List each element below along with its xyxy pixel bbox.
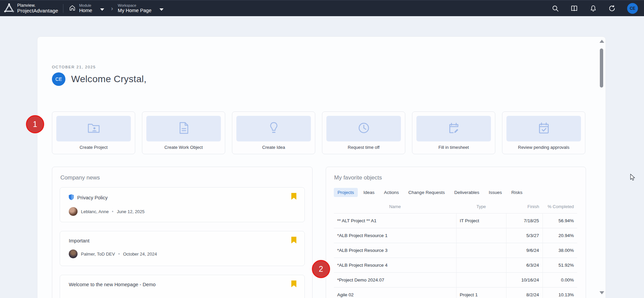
table-row[interactable]: *ALB Project Resource 39/6/2438.00% xyxy=(334,243,577,258)
knowledge-book-icon[interactable] xyxy=(570,5,578,12)
tab-deliverables[interactable]: Deliverables xyxy=(450,188,483,197)
vertical-scrollbar[interactable] xyxy=(599,38,604,297)
annotation-badge-2: 2 xyxy=(312,260,330,278)
quick-action-tile xyxy=(326,116,401,141)
bookmark-icon[interactable] xyxy=(291,280,296,289)
scrollbar-thumb[interactable] xyxy=(600,48,603,88)
workspace-breadcrumb[interactable]: Workspace My Home Page xyxy=(118,3,164,13)
tab-actions[interactable]: Actions xyxy=(380,188,403,197)
planview-logo[interactable]: Planview. ProjectAdvantage xyxy=(0,3,58,14)
table-row[interactable]: ** ALT Project ** A1IT Project7/18/2556.… xyxy=(334,213,577,228)
column-header-name[interactable]: Name xyxy=(334,200,456,213)
news-list: Privacy PolicyLeblanc, AnneJune 12, 2025… xyxy=(52,181,312,298)
news-item[interactable]: Privacy PolicyLeblanc, AnneJune 12, 2025 xyxy=(60,187,305,222)
cell-finish: 9/6/24 xyxy=(506,243,543,258)
column-header--completed[interactable]: % Completed xyxy=(543,200,577,213)
welcome-greeting: Welcome Crystal, xyxy=(71,74,147,85)
user-avatar[interactable]: CE xyxy=(627,3,638,14)
tab-projects[interactable]: Projects xyxy=(334,188,358,197)
cell-completed: 20.94% xyxy=(543,228,577,243)
tab-change-requests[interactable]: Change Requests xyxy=(405,188,448,197)
quick-action-label: Create Work Object xyxy=(146,145,221,150)
lightbulb-icon xyxy=(269,122,279,136)
scroll-up-arrow-icon[interactable] xyxy=(599,40,604,43)
table-row[interactable]: *ALB Project Resource 15/3/2720.94% xyxy=(334,228,577,243)
refresh-icon[interactable] xyxy=(608,5,616,12)
module-breadcrumb[interactable]: Module Home xyxy=(69,3,105,13)
cell-completed: 0.00% xyxy=(543,272,577,287)
cell-type xyxy=(456,258,506,272)
cell-name: ** ALT Project ** A1 xyxy=(334,213,456,228)
favorite-objects-title: My favorite objects xyxy=(326,167,586,181)
tab-issues[interactable]: Issues xyxy=(485,188,505,197)
folder-user-icon xyxy=(87,122,100,135)
brand-line2: ProjectAdvantage xyxy=(17,8,58,14)
cell-completed: 38.00% xyxy=(543,243,577,258)
planview-triangle-icon xyxy=(4,3,14,14)
module-value: Home xyxy=(79,8,92,13)
bookmark-icon[interactable] xyxy=(291,193,296,201)
brand-line1: Planview. xyxy=(17,3,58,8)
cell-finish: 6/3/24 xyxy=(506,258,543,272)
welcome-header: CE Welcome Crystal, xyxy=(52,72,147,86)
cell-completed: 56.94% xyxy=(543,213,577,228)
news-item-title: Privacy Policy xyxy=(77,195,108,200)
cell-name: *ALB Project Resource 4 xyxy=(334,258,456,272)
clock-icon xyxy=(358,122,370,135)
quick-action-create-work-object[interactable]: Create Work Object xyxy=(142,111,225,154)
breadcrumb-chevron-icon: › xyxy=(111,5,113,12)
cell-finish: 8/2/24 xyxy=(506,287,543,298)
scroll-down-arrow-icon[interactable] xyxy=(599,291,604,294)
quick-action-create-idea[interactable]: Create Idea xyxy=(232,111,315,154)
cell-type xyxy=(456,228,506,243)
cell-name: *Project Demo 2024.07 xyxy=(334,272,456,287)
module-caret-down-icon[interactable] xyxy=(100,8,104,11)
tab-risks[interactable]: Risks xyxy=(508,188,526,197)
news-item-title: Welcome to the new Homepage - Demo xyxy=(69,282,156,287)
quick-action-tile xyxy=(146,116,221,141)
cell-completed: 51.92% xyxy=(543,258,577,272)
table-row[interactable]: *ALB Project Resource 46/3/2451.92% xyxy=(334,258,577,272)
quick-action-label: Request time off xyxy=(326,145,401,150)
cell-finish: 10/16/24 xyxy=(506,272,543,287)
welcome-avatar: CE xyxy=(52,72,65,86)
workspace-caret-down-icon[interactable] xyxy=(159,8,164,11)
favorites-table-header: NameTypeFinish% Completed xyxy=(334,200,577,213)
quick-action-tile xyxy=(506,116,581,141)
quick-action-label: Create Idea xyxy=(236,145,311,150)
cell-completed: 10.13% xyxy=(543,287,577,298)
cell-type xyxy=(456,272,506,287)
shield-icon xyxy=(69,194,74,201)
current-date: OCTOBER 21, 2025 xyxy=(52,65,96,69)
table-row[interactable]: Agile 02Project 18/2/2410.13% xyxy=(334,287,577,298)
tab-ideas[interactable]: Ideas xyxy=(360,188,378,197)
cell-type xyxy=(456,243,506,258)
cell-name: Agile 02 xyxy=(334,287,456,298)
quick-actions-row: Create ProjectCreate Work ObjectCreate I… xyxy=(52,111,585,154)
news-author: Palmer, ToD DEV xyxy=(81,252,115,257)
quick-action-request-time-off[interactable]: Request time off xyxy=(322,111,405,154)
news-item-title: Important xyxy=(69,238,89,243)
cell-name: *ALB Project Resource 3 xyxy=(334,243,456,258)
quick-action-label: Review pending approvals xyxy=(506,145,581,150)
news-item[interactable]: ImportantPalmer, ToD DEVOctober 24, 2024 xyxy=(60,231,305,266)
favorite-objects-panel: My favorite objects ProjectsIdeasActions… xyxy=(326,167,586,298)
company-news-title: Company news xyxy=(52,167,312,181)
column-header-type[interactable]: Type xyxy=(456,200,506,213)
quick-action-review-pending-approvals[interactable]: Review pending approvals xyxy=(502,111,585,154)
workspace-label: Workspace xyxy=(118,3,151,8)
calendar-check-icon xyxy=(538,122,550,135)
module-label: Module xyxy=(79,3,92,8)
quick-action-create-project[interactable]: Create Project xyxy=(52,111,135,154)
column-header-finish[interactable]: Finish xyxy=(506,200,543,213)
cell-name: *ALB Project Resource 1 xyxy=(334,228,456,243)
quick-action-fill-in-timesheet[interactable]: Fill in timesheet xyxy=(412,111,495,154)
news-item[interactable]: Welcome to the new Homepage - Demo xyxy=(60,275,305,298)
cell-type: IT Project xyxy=(456,213,506,228)
top-navbar: Planview. ProjectAdvantage Module Home ›… xyxy=(0,0,644,16)
notifications-bell-icon[interactable] xyxy=(589,5,597,12)
bookmark-icon[interactable] xyxy=(291,237,296,245)
table-row[interactable]: *Project Demo 2024.0710/16/240.00% xyxy=(334,272,577,287)
search-icon[interactable] xyxy=(552,5,559,12)
news-author: Leblanc, Anne xyxy=(81,209,109,214)
